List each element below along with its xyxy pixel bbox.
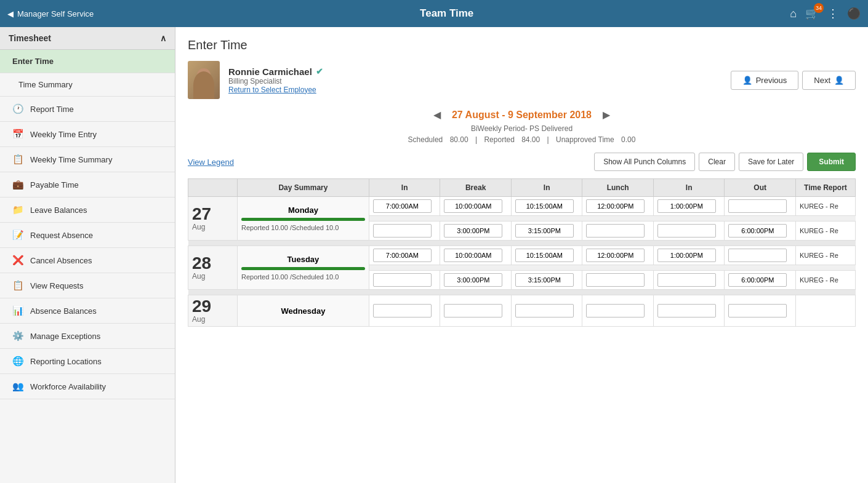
break-wed-1 <box>440 295 512 327</box>
in2-input-tue-1[interactable] <box>515 249 574 262</box>
col-day-summary: Day Summary <box>238 179 369 197</box>
in3-input-wed-1[interactable] <box>657 304 716 317</box>
sidebar-item-request-absence[interactable]: 📝 Request Absence <box>0 223 175 248</box>
day-num-29: 29 <box>192 298 233 315</box>
next-person-icon: 👤 <box>834 76 844 85</box>
in-input-tue-1[interactable] <box>373 249 432 262</box>
out-input-tue-1[interactable] <box>728 249 787 262</box>
sidebar-item-enter-time[interactable]: Enter Time <box>0 50 175 73</box>
return-link[interactable]: Return to Select Employee <box>228 86 323 94</box>
employee-name: Ronnie Carmichael ✔ <box>228 66 323 77</box>
col-in: In <box>369 179 440 197</box>
col-day-num <box>188 179 238 197</box>
back-icon: ◀ <box>7 9 14 18</box>
sidebar-collapse-icon[interactable]: ∧ <box>160 33 166 43</box>
lunch-input-tue-2[interactable] <box>586 273 645 287</box>
out-input-tue-2[interactable] <box>728 273 787 287</box>
cart-icon[interactable]: 🛒 34 <box>805 7 819 20</box>
out-input-wed-1[interactable] <box>728 304 787 317</box>
next-date-arrow[interactable]: ▶ <box>603 109 610 121</box>
reported-value: 84.00 <box>521 135 540 144</box>
day-spacer <box>188 241 856 246</box>
sidebar-item-workforce-availability[interactable]: 👥 Workforce Availability <box>0 374 175 399</box>
day-num-27: 27 <box>192 206 233 223</box>
break-input-mon-1[interactable] <box>444 199 502 213</box>
break-input-wed-1[interactable] <box>444 304 502 317</box>
in-input-wed-1[interactable] <box>373 304 432 317</box>
sidebar-item-leave-balances[interactable]: 📁 Leave Balances <box>0 198 175 223</box>
view-legend-link[interactable]: View Legend <box>188 158 234 167</box>
lunch-input-wed-1[interactable] <box>586 304 645 317</box>
in-input-mon-2[interactable] <box>373 224 432 238</box>
lunch-input-tue-1[interactable] <box>586 249 645 262</box>
unapproved-value: 0.00 <box>621 135 635 144</box>
break-input-tue-2[interactable] <box>444 273 502 287</box>
view-requests-icon: 📋 <box>12 280 24 291</box>
back-button[interactable]: ◀ Manager Self Service <box>7 9 94 18</box>
unapproved-label: Unapproved Time <box>556 135 614 144</box>
in3-input-mon-1[interactable] <box>657 199 716 213</box>
sidebar-item-reporting-locations[interactable]: 🌐 Reporting Locations <box>0 349 175 374</box>
save-for-later-button[interactable]: Save for Later <box>739 153 803 171</box>
more-icon[interactable]: ⋮ <box>827 7 838 20</box>
day-cell-28: 28 Aug <box>188 246 238 290</box>
show-all-punch-button[interactable]: Show All Punch Columns <box>594 153 695 171</box>
prev-date-arrow[interactable]: ◀ <box>433 109 441 121</box>
lunch-input-mon-2[interactable] <box>586 224 645 238</box>
home-icon[interactable]: ⌂ <box>790 7 797 20</box>
in-input-mon-1[interactable] <box>373 199 432 213</box>
sidebar-item-weekly-time-summary[interactable]: 📋 Weekly Time Summary <box>0 147 175 172</box>
in2-input-wed-1[interactable] <box>515 304 574 317</box>
sidebar-manage-exceptions-label: Manage Exceptions <box>30 332 100 341</box>
manage-exceptions-icon: ⚙️ <box>12 330 24 341</box>
clear-button[interactable]: Clear <box>699 153 735 171</box>
sidebar-enter-time-label: Enter Time <box>12 57 54 66</box>
previous-button[interactable]: 👤 Previous <box>731 71 799 90</box>
sidebar-item-cancel-absences[interactable]: ❌ Cancel Absences <box>0 248 175 273</box>
user-icon[interactable]: ⚫ <box>847 7 861 20</box>
code-mon-2: KUREG - Re <box>795 222 855 241</box>
time-table: Day Summary In Break In Lunch In Out Tim… <box>188 178 856 327</box>
in-1-mon-1 <box>369 197 440 216</box>
day-month-29: Aug <box>192 315 233 324</box>
progress-bg-monday <box>241 218 365 221</box>
sidebar-item-time-summary[interactable]: Time Summary <box>0 73 175 97</box>
sidebar-item-weekly-time-entry[interactable]: 📅 Weekly Time Entry <box>0 122 175 147</box>
next-button[interactable]: Next 👤 <box>802 71 856 90</box>
in2-input-tue-2[interactable] <box>515 273 574 287</box>
lunch-input-mon-1[interactable] <box>586 199 645 213</box>
sidebar-item-payable-time[interactable]: 💼 Payable Time <box>0 172 175 198</box>
sidebar-item-absence-balances[interactable]: 📊 Absence Balances <box>0 298 175 324</box>
back-label: Manager Self Service <box>17 9 94 18</box>
sidebar-absence-balances-label: Absence Balances <box>30 306 97 316</box>
break-tue-2 <box>440 271 512 290</box>
sidebar-item-report-time[interactable]: 🕐 Report Time <box>0 97 175 122</box>
submit-button[interactable]: Submit <box>807 153 856 171</box>
scheduled-label: Scheduled <box>408 135 443 144</box>
in-wed-1 <box>369 295 440 327</box>
sidebar-item-manage-exceptions[interactable]: ⚙️ Manage Exceptions <box>0 324 175 349</box>
in-input-tue-2[interactable] <box>373 273 432 287</box>
in3-input-tue-1[interactable] <box>657 249 716 262</box>
progress-fill-tuesday <box>241 267 365 270</box>
out-input-mon-2[interactable] <box>728 224 787 238</box>
sidebar-request-absence-label: Request Absence <box>30 231 93 240</box>
in3-input-tue-2[interactable] <box>657 273 716 287</box>
sidebar-workforce-availability-label: Workforce Availability <box>30 382 106 391</box>
break-input-mon-2[interactable] <box>444 224 502 238</box>
sidebar-payable-time-label: Payable Time <box>30 180 79 190</box>
out-input-mon-1[interactable] <box>728 199 787 213</box>
sidebar-item-view-requests[interactable]: 📋 View Requests <box>0 273 175 298</box>
in3-input-mon-2[interactable] <box>657 224 716 238</box>
sidebar-cancel-absences-label: Cancel Absences <box>30 256 92 265</box>
reported-label: Reported <box>484 135 514 144</box>
break-tue-1 <box>440 246 512 265</box>
break-input-tue-1[interactable] <box>444 249 502 262</box>
in2-input-mon-2[interactable] <box>515 224 574 238</box>
in2-input-mon-1[interactable] <box>515 199 574 213</box>
lunch-1-mon-2 <box>582 222 654 241</box>
table-row: 27 Aug Monday Reported 10.00 /Scheduled … <box>188 197 856 216</box>
day-cell-27: 27 Aug <box>188 197 238 241</box>
action-buttons: Show All Punch Columns Clear Save for La… <box>594 153 856 171</box>
nav-icons: ⌂ 🛒 34 ⋮ ⚫ <box>790 7 861 20</box>
